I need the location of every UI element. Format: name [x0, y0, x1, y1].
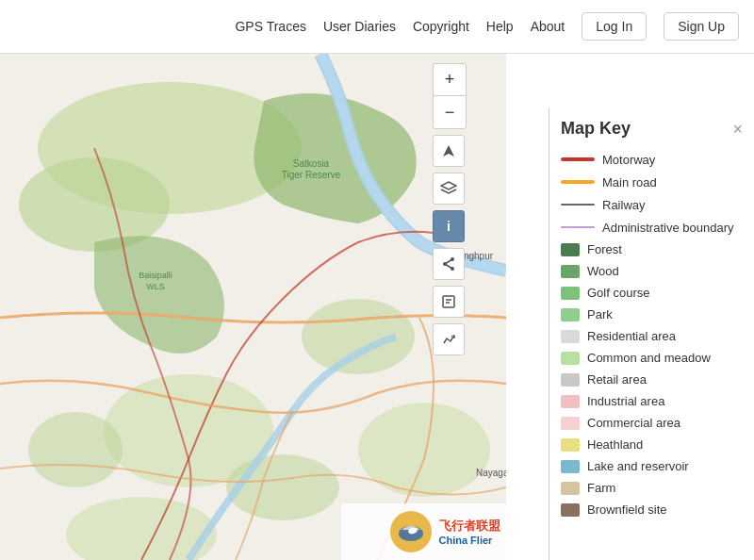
info-button[interactable]: i	[433, 210, 465, 242]
map-key-close-button[interactable]: ×	[732, 121, 743, 138]
key-park: Park	[561, 307, 743, 321]
key-residential: Residential area	[561, 329, 743, 343]
map-key-header: Map Key ×	[561, 119, 743, 139]
layers-button[interactable]	[433, 173, 465, 205]
svg-rect-20	[443, 296, 454, 307]
note-icon	[441, 294, 456, 309]
info-icon: i	[447, 219, 451, 234]
recenter-button[interactable]	[433, 135, 465, 167]
watermark-logo	[390, 511, 432, 552]
main-road-symbol	[561, 174, 595, 189]
login-button[interactable]: Log In	[582, 12, 647, 41]
golf-label: Golf course	[587, 286, 649, 300]
wood-symbol	[561, 265, 580, 278]
heathland-label: Heathland	[587, 437, 643, 452]
motorway-line	[561, 157, 595, 161]
map-controls: + − i	[433, 63, 467, 359]
svg-point-5	[28, 412, 123, 487]
park-symbol	[561, 308, 580, 321]
nav-user-diaries[interactable]: User Diaries	[323, 19, 396, 34]
brownfield-label: Brownfield site	[587, 502, 667, 517]
admin-symbol	[561, 220, 595, 235]
key-brownfield: Brownfield site	[561, 502, 743, 517]
farm-label: Farm	[587, 481, 615, 495]
svg-point-3	[302, 299, 415, 374]
key-railway: Railway	[561, 197, 743, 212]
residential-symbol	[561, 330, 580, 343]
admin-label: Administrative boundary	[602, 221, 733, 235]
svg-text:Baisipalli: Baisipalli	[139, 271, 172, 280]
industrial-label: Industrial area	[587, 394, 664, 408]
lake-symbol	[561, 460, 580, 473]
map-key-panel: Map Key × Motorway Main road Railway	[549, 107, 754, 560]
key-admin-boundary: Administrative boundary	[561, 220, 743, 235]
query-icon: ?	[441, 332, 456, 347]
motorway-symbol	[561, 152, 595, 167]
signup-button[interactable]: Sign Up	[664, 12, 739, 41]
zoom-controls: + −	[433, 63, 467, 129]
key-forest: Forest	[561, 242, 743, 256]
forest-label: Forest	[587, 242, 622, 256]
nav-copyright[interactable]: Copyright	[413, 19, 469, 34]
common-label: Common and meadow	[587, 351, 711, 365]
watermark-icon	[392, 513, 430, 551]
svg-point-19	[443, 262, 447, 266]
map-key-title: Map Key	[561, 119, 631, 139]
industrial-symbol	[561, 395, 580, 408]
svg-point-17	[451, 257, 454, 261]
key-wood: Wood	[561, 264, 743, 278]
key-farm: Farm	[561, 481, 743, 495]
park-label: Park	[587, 307, 613, 321]
railway-line	[561, 204, 595, 206]
common-symbol	[561, 352, 580, 365]
svg-text:WLS: WLS	[146, 282, 165, 291]
svg-text:Satkosia: Satkosia	[293, 158, 330, 169]
svg-point-18	[451, 267, 454, 271]
key-retail: Retail area	[561, 372, 743, 387]
watermark-text: 飞行者联盟 China Flier	[439, 518, 500, 546]
residential-label: Residential area	[587, 329, 676, 343]
commercial-symbol	[561, 417, 580, 430]
retail-label: Retail area	[587, 372, 647, 387]
key-motorway: Motorway	[561, 152, 743, 167]
key-commercial: Commercial area	[561, 416, 743, 430]
directions-button[interactable]: ?	[433, 323, 465, 355]
main-road-label: Main road	[602, 175, 657, 189]
svg-point-6	[358, 403, 490, 497]
svg-point-7	[226, 454, 339, 520]
watermark-line2: China Flier	[439, 535, 500, 546]
zoom-out-button[interactable]: −	[434, 96, 466, 128]
farm-symbol	[561, 482, 580, 495]
layers-icon	[440, 181, 457, 196]
wood-label: Wood	[587, 264, 619, 278]
share-icon	[441, 256, 456, 272]
nav-help[interactable]: Help	[486, 19, 514, 34]
map-container: Satkosia Tiger Reserve Baisipalli WLS Na…	[0, 54, 754, 560]
recenter-icon	[441, 143, 456, 158]
svg-text:?: ?	[451, 334, 454, 339]
motorway-label: Motorway	[602, 153, 655, 167]
commercial-label: Commercial area	[587, 416, 680, 430]
share-button[interactable]	[433, 248, 465, 280]
zoom-in-button[interactable]: +	[434, 64, 466, 96]
heathland-symbol	[561, 438, 580, 452]
forest-symbol	[561, 243, 580, 256]
nav-about[interactable]: About	[531, 19, 566, 34]
svg-marker-16	[443, 145, 454, 156]
railway-label: Railway	[602, 198, 646, 212]
note-button[interactable]	[433, 286, 465, 318]
lake-label: Lake and reservoir	[587, 459, 689, 473]
admin-line	[561, 226, 595, 228]
watermark: 飞行者联盟 China Flier	[341, 503, 549, 560]
brownfield-symbol	[561, 503, 580, 517]
svg-text:Tiger Reserve: Tiger Reserve	[282, 170, 341, 180]
golf-symbol	[561, 287, 580, 300]
page-header: GPS Traces User Diaries Copyright Help A…	[0, 0, 754, 54]
map-background[interactable]: Satkosia Tiger Reserve Baisipalli WLS Na…	[0, 54, 506, 560]
key-common: Common and meadow	[561, 351, 743, 365]
main-nav: GPS Traces User Diaries Copyright Help A…	[235, 19, 565, 34]
key-heathland: Heathland	[561, 437, 743, 452]
key-golf: Golf course	[561, 286, 743, 300]
nav-gps-traces[interactable]: GPS Traces	[235, 19, 305, 34]
retail-symbol	[561, 373, 580, 387]
